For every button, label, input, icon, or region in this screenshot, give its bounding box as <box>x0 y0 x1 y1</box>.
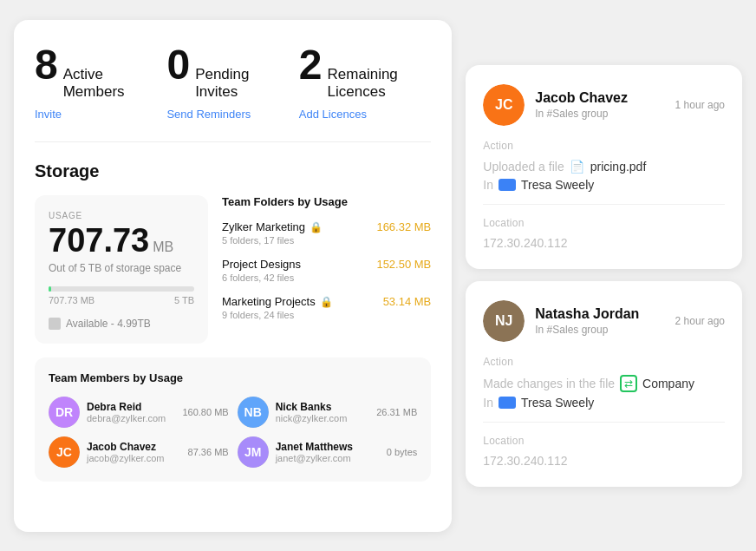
members-grid: DR Debra Reid debra@zylker.com 160.80 MB… <box>49 397 417 468</box>
member-row: DR Debra Reid debra@zylker.com 160.80 MB <box>49 397 229 428</box>
progress-total: 5 TB <box>174 295 194 305</box>
member-avatar: JM <box>238 436 269 468</box>
member-size: 87.36 MB <box>188 447 229 457</box>
action-text: Made changes in the file <box>483 377 615 390</box>
active-members-label: ActiveMembers <box>63 66 125 102</box>
avatar: JC <box>483 84 525 126</box>
folder-icon <box>499 397 516 409</box>
add-licences-link[interactable]: Add Licences <box>299 108 431 121</box>
avatar-circle: JM <box>238 436 269 468</box>
usage-unit: MB <box>153 239 173 255</box>
usage-number: 707.73 <box>49 224 149 257</box>
folder-meta: 9 folders, 24 files <box>222 310 431 320</box>
active-members-number: 8 <box>35 44 58 86</box>
folder-name-text: Tresa Sweely <box>521 396 594 410</box>
member-name: Nick Banks <box>276 401 370 413</box>
storage-icon <box>49 318 61 330</box>
folder-name: Zylker Marketing 🔒 <box>222 220 323 233</box>
folder-size: 152.50 MB <box>376 258 431 271</box>
stat-active-members: 8 ActiveMembers Invite <box>35 44 166 121</box>
member-email: nick@zylker.com <box>276 413 370 423</box>
in-text: In <box>483 178 493 192</box>
team-members-title: Team Members by Usage <box>49 371 417 384</box>
activity-action-row: Made changes in the file ⇄ Company <box>483 375 725 392</box>
stats-row: 8 ActiveMembers Invite 0 PendingInvites … <box>35 44 431 143</box>
activity-header: JC Jacob Chavez In #Sales group 1 hour a… <box>483 84 725 126</box>
activity-time: 2 hour ago <box>675 315 725 327</box>
divider <box>483 422 725 423</box>
folder-meta: 5 folders, 17 files <box>222 235 431 246</box>
member-avatar: JC <box>49 436 80 468</box>
team-folders-title: Team Folders by Usage <box>222 195 431 208</box>
avatar: NJ <box>483 300 525 342</box>
member-size: 26.31 MB <box>376 407 417 417</box>
team-members-card: Team Members by Usage DR Debra Reid debr… <box>35 357 431 482</box>
pdf-icon: 📄 <box>570 159 585 174</box>
stat-remaining-licences: 2 RemainingLicences Add Licences <box>299 44 431 121</box>
activity-group: In #Sales group <box>535 108 664 120</box>
folder-row: Project Designs 152.50 MB 6 folders, 42 … <box>222 258 431 283</box>
member-size: 160.80 MB <box>182 407 228 417</box>
team-folders: Team Folders by Usage Zylker Marketing 🔒… <box>222 195 431 344</box>
location-label: Location <box>483 217 725 229</box>
folder-meta: 6 folders, 42 files <box>222 272 431 283</box>
pending-invites-number: 0 <box>166 44 190 86</box>
usage-subtitle: Out of 5 TB of storage space <box>49 262 194 274</box>
activity-time: 1 hour ago <box>675 99 725 111</box>
member-name: Janet Matthews <box>276 441 380 453</box>
avatar-circle: NJ <box>483 300 525 342</box>
activity-card-1: JC Jacob Chavez In #Sales group 1 hour a… <box>466 65 742 269</box>
stat-pending-invites: 0 PendingInvites Send Reminders <box>166 44 298 121</box>
avatar-circle: JC <box>483 84 525 126</box>
member-size: 0 bytes <box>387 447 417 457</box>
avatar-circle: DR <box>49 397 80 428</box>
activity-username: Jacob Chavez <box>535 90 664 106</box>
right-panel: JC Jacob Chavez In #Sales group 1 hour a… <box>466 65 742 487</box>
remaining-licences-label: RemainingLicences <box>328 66 398 102</box>
in-text: In <box>483 396 493 410</box>
location-ip: 172.30.240.112 <box>483 454 725 468</box>
storage-title: Storage <box>35 161 431 181</box>
action-label: Action <box>483 140 725 152</box>
folder-name: Project Designs <box>222 258 301 271</box>
member-avatar: NB <box>238 397 269 428</box>
member-email: janet@zylker.com <box>276 453 380 463</box>
member-row: JM Janet Matthews janet@zylker.com 0 byt… <box>238 436 418 468</box>
storage-grid: USAGE 707.73 MB Out of 5 TB of storage s… <box>35 195 431 344</box>
activity-folder-row: In Tresa Sweely <box>483 396 725 410</box>
lock-icon: 🔒 <box>320 296 333 308</box>
usage-label: USAGE <box>49 211 194 220</box>
pending-invites-label: PendingInvites <box>195 66 249 102</box>
file-name: Company <box>642 377 694 390</box>
action-text: Uploaded a file <box>483 160 564 174</box>
invite-link[interactable]: Invite <box>35 108 166 121</box>
member-email: debra@zylker.com <box>87 413 175 423</box>
progress-labels: 707.73 MB 5 TB <box>49 295 194 305</box>
progress-used: 707.73 MB <box>49 295 94 305</box>
activity-header: NJ Natasha Jordan In #Sales group 2 hour… <box>483 300 725 342</box>
send-reminders-link[interactable]: Send Reminders <box>166 108 298 121</box>
member-avatar: DR <box>49 397 80 428</box>
location-ip: 172.30.240.112 <box>483 236 725 250</box>
member-row: JC Jacob Chavez jacob@zylker.com 87.36 M… <box>49 436 229 468</box>
left-panel: 8 ActiveMembers Invite 0 PendingInvites … <box>14 20 452 532</box>
activity-card-2: NJ Natasha Jordan In #Sales group 2 hour… <box>466 281 742 487</box>
location-label: Location <box>483 435 725 447</box>
available-label: Available - 4.99TB <box>49 318 194 330</box>
folder-size: 53.14 MB <box>383 295 432 308</box>
action-label: Action <box>483 356 725 368</box>
avatar-circle: NB <box>238 397 269 428</box>
divider <box>483 204 725 205</box>
progress-bar-bg <box>49 286 194 292</box>
activity-action-row: Uploaded a file 📄 pricing.pdf <box>483 159 725 174</box>
activity-group: In #Sales group <box>535 324 664 336</box>
member-email: jacob@zylker.com <box>87 453 181 463</box>
remaining-licences-number: 2 <box>299 44 323 86</box>
activity-username: Natasha Jordan <box>535 306 664 322</box>
usage-card: USAGE 707.73 MB Out of 5 TB of storage s… <box>35 195 208 344</box>
folder-row: Zylker Marketing 🔒 166.32 MB 5 folders, … <box>222 220 431 246</box>
member-row: NB Nick Banks nick@zylker.com 26.31 MB <box>238 397 418 428</box>
storage-section: Storage USAGE 707.73 MB Out of 5 TB of s… <box>35 161 431 482</box>
folder-name: Marketing Projects 🔒 <box>222 295 333 308</box>
folder-icon <box>499 179 516 191</box>
